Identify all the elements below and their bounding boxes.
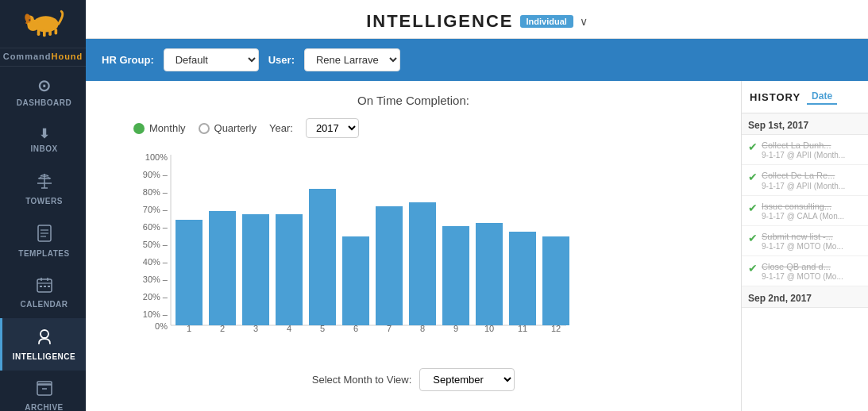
svg-text:60% –: 60% – <box>143 222 168 232</box>
svg-text:100%: 100% <box>145 152 168 162</box>
chart-section: On Time Completion: Monthly Quarterly Ye… <box>86 81 741 411</box>
svg-point-25 <box>41 330 48 338</box>
calendar-icon <box>37 277 52 297</box>
svg-text:7: 7 <box>387 324 392 333</box>
intelligence-icon <box>36 328 53 349</box>
bar-mar <box>242 214 269 325</box>
history-item-title: Submit new list -... <box>762 231 843 242</box>
chart-controls: Monthly Quarterly Year: 2017 2016 2015 2… <box>102 118 725 138</box>
svg-rect-27 <box>37 382 52 385</box>
sidebar-item-archive[interactable]: ARCHIVE <box>0 371 86 411</box>
history-item-sub: 9-1-17 @ APII (Month... <box>762 151 845 159</box>
hr-group-label: HR Group: <box>102 54 154 66</box>
bar-may <box>309 189 336 325</box>
list-item: ✔ Issue consulting... 9-1-17 @ CALA (Mon… <box>742 196 868 226</box>
monthly-radio-group: Monthly <box>133 122 186 134</box>
archive-icon <box>37 380 52 400</box>
svg-rect-5 <box>43 30 46 37</box>
history-header: HISTORY Date <box>742 81 868 113</box>
history-item-sub: 9-1-17 @ MOTO (Mo... <box>762 242 843 251</box>
check-icon: ✔ <box>748 171 758 183</box>
svg-text:3: 3 <box>253 324 258 333</box>
page-header: INTELLIGENCE Individual ∨ <box>86 0 868 39</box>
history-date-group-1: Sep 1st, 2017 <box>742 113 868 135</box>
svg-text:12: 12 <box>551 324 561 333</box>
svg-rect-22 <box>40 286 42 287</box>
bar-feb <box>209 211 236 325</box>
sidebar-item-inbox[interactable]: ⬇ INBOX <box>0 117 86 163</box>
commandhound-logo <box>19 8 67 40</box>
svg-text:4: 4 <box>287 324 291 333</box>
sidebar-item-archive-label: ARCHIVE <box>25 403 64 411</box>
view-mode-badge: Individual <box>520 15 573 28</box>
history-item-title: Collect La Dunh... <box>762 140 845 151</box>
check-icon: ✔ <box>748 262 758 275</box>
monthly-radio[interactable] <box>133 123 145 134</box>
svg-rect-4 <box>37 30 41 36</box>
chart-title: On Time Completion: <box>102 94 725 107</box>
sidebar-item-inbox-label: INBOX <box>30 144 57 153</box>
svg-text:80% –: 80% – <box>143 187 168 197</box>
sidebar-item-calendar-label: CALENDAR <box>20 300 68 309</box>
svg-rect-6 <box>48 30 52 36</box>
history-item-title: Collect De La Re... <box>762 170 845 181</box>
month-select[interactable]: JanuaryFebruaryMarch AprilMayJune JulyAu… <box>419 368 515 391</box>
header-chevron-icon[interactable]: ∨ <box>580 15 588 28</box>
svg-rect-24 <box>48 286 50 287</box>
quarterly-radio[interactable] <box>199 123 210 134</box>
quarterly-label: Quarterly <box>214 122 257 134</box>
svg-rect-23 <box>44 286 46 287</box>
bar-apr <box>276 214 303 325</box>
history-item-sub: 9-1-17 @ APII (Month... <box>762 182 845 190</box>
history-item-title: Issue consulting... <box>762 201 844 212</box>
year-label: Year: <box>269 122 293 134</box>
hr-group-select[interactable]: Default <box>164 48 259 71</box>
svg-text:5: 5 <box>320 324 325 333</box>
svg-text:20% –: 20% – <box>143 292 168 302</box>
check-icon: ✔ <box>748 232 758 244</box>
list-item: ✔ Close QB and d... 9-1-17 @ MOTO (Mo... <box>742 256 868 286</box>
dashboard-icon: ⊙ <box>37 76 52 95</box>
content-row: On Time Completion: Monthly Quarterly Ye… <box>86 81 868 411</box>
history-date-tab[interactable]: Date <box>807 89 837 105</box>
main-content: INTELLIGENCE Individual ∨ HR Group: Defa… <box>86 0 868 411</box>
bar-nov <box>509 232 536 325</box>
bar-chart-svg: 100% 90% – 80% – 70% – 60% – 50% – 40% –… <box>137 151 582 333</box>
bar-jan <box>176 220 203 325</box>
svg-text:70% –: 70% – <box>143 205 168 214</box>
bar-aug <box>409 202 436 325</box>
inbox-icon: ⬇ <box>39 126 50 141</box>
sidebar-item-towers-label: TOWERS <box>25 197 63 206</box>
bar-jun <box>342 236 369 325</box>
svg-text:1: 1 <box>187 324 191 333</box>
user-select[interactable]: Rene Larrave <box>304 48 400 71</box>
sidebar-item-templates[interactable]: TEMPLATES <box>0 215 86 267</box>
bar-oct <box>476 223 503 325</box>
sidebar-item-intelligence-label: INTELLIGENCE <box>13 352 75 361</box>
svg-point-8 <box>29 19 30 21</box>
logo-area <box>0 0 86 48</box>
select-month-label: Select Month to View: <box>312 374 412 386</box>
page-title: INTELLIGENCE <box>366 11 513 32</box>
list-item: ✔ Collect La Dunh... 9-1-17 @ APII (Mont… <box>742 135 868 165</box>
monthly-label: Monthly <box>149 122 186 134</box>
sidebar-item-calendar[interactable]: CALENDAR <box>0 267 86 318</box>
bar-dec <box>542 236 569 325</box>
svg-text:6: 6 <box>353 324 358 333</box>
history-date-group-2: Sep 2nd, 2017 <box>742 286 868 308</box>
history-item-title: Close QB and d... <box>762 261 843 272</box>
history-title: HISTORY <box>750 91 800 103</box>
sidebar-item-dashboard[interactable]: ⊙ DASHBOARD <box>0 67 86 117</box>
select-month-row: Select Month to View: JanuaryFebruaryMar… <box>102 368 725 391</box>
svg-text:9: 9 <box>453 324 458 333</box>
bar-chart-container: 100% 90% – 80% – 70% – 60% – 50% – 40% –… <box>102 151 725 357</box>
year-select[interactable]: 2017 2016 2015 2018 <box>306 118 359 138</box>
sidebar-item-intelligence[interactable]: INTELLIGENCE <box>0 318 86 371</box>
svg-text:10% –: 10% – <box>143 309 168 319</box>
filter-bar: HR Group: Default User: Rene Larrave <box>86 39 868 81</box>
sidebar-item-towers[interactable]: TOWERS <box>0 163 86 215</box>
svg-text:30% –: 30% – <box>143 275 168 284</box>
bar-jul <box>376 206 403 325</box>
sidebar-item-dashboard-label: DASHBOARD <box>17 98 72 107</box>
check-icon: ✔ <box>748 202 758 214</box>
